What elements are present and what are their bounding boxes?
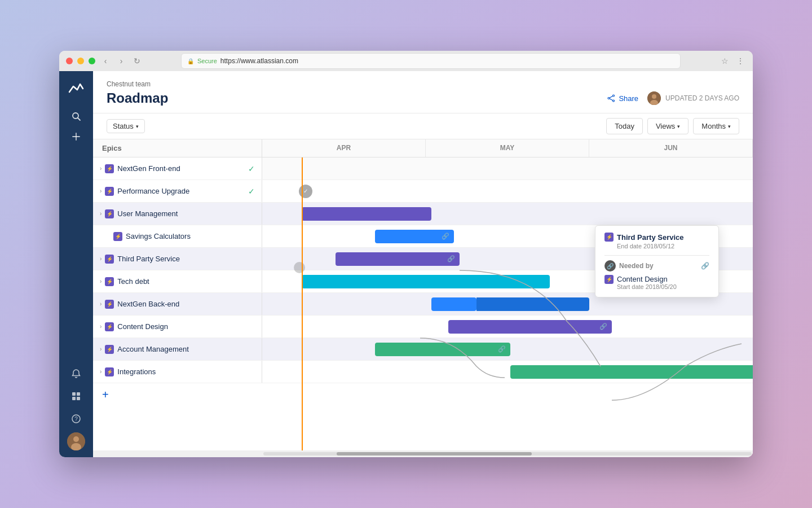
url-text: https://www.atlassian.com <box>220 57 298 65</box>
epic-icon: ⚡ <box>105 367 114 376</box>
link-icon: 🔗 <box>447 255 455 262</box>
epic-icon: ⚡ <box>105 345 114 354</box>
svg-rect-5 <box>77 392 80 396</box>
gantt-bar[interactable]: 🔗 <box>448 320 612 334</box>
bookmark-button[interactable]: ☆ <box>719 55 730 67</box>
back-button[interactable]: ‹ <box>100 55 111 67</box>
minimize-button[interactable] <box>77 58 84 64</box>
menu-button[interactable]: ⋮ <box>735 55 746 67</box>
months-label: Months <box>701 122 726 130</box>
scrollbar-track[interactable] <box>263 452 752 456</box>
epics-column-header: Epics <box>93 139 262 157</box>
svg-rect-6 <box>72 397 76 400</box>
tooltip-epic-icon: ⚡ <box>604 233 614 242</box>
month-may: MAY <box>426 139 589 157</box>
add-row[interactable]: + <box>93 383 753 406</box>
expand-icon[interactable]: › <box>100 256 102 262</box>
table-row: › ⚡ User Management <box>93 203 753 225</box>
gantt-bar[interactable]: 🔗 <box>375 343 510 356</box>
row-label-user-mgmt: › ⚡ User Management <box>93 203 262 225</box>
svg-rect-7 <box>77 397 80 400</box>
tooltip-divider <box>604 255 709 256</box>
status-filter-button[interactable]: Status ▾ <box>107 119 145 133</box>
check-icon: ✓ <box>248 164 255 173</box>
row-timeline <box>262 203 753 225</box>
row-title: NextGen Front-end <box>117 164 180 173</box>
page-title: Roadmap <box>107 90 168 106</box>
expand-icon[interactable]: › <box>100 369 102 375</box>
views-label: Views <box>656 122 675 130</box>
page-header: Chestnut team Roadmap Share <box>93 71 753 113</box>
share-button[interactable]: Share <box>607 94 638 103</box>
expand-icon[interactable]: › <box>100 278 102 284</box>
tooltip-section-label: Needed by <box>619 262 654 270</box>
svg-line-1 <box>78 118 80 120</box>
expand-icon[interactable]: › <box>100 346 102 352</box>
tooltip-epic-name: Third Party Service <box>617 233 684 242</box>
gantt-bar[interactable]: 🔗 <box>375 230 454 243</box>
today-button[interactable]: Today <box>606 118 643 134</box>
row-title: Third Party Service <box>117 255 180 263</box>
forward-button[interactable]: › <box>116 55 127 67</box>
gantt-bar[interactable] <box>302 207 431 221</box>
sidebar-item-search[interactable] <box>67 107 85 125</box>
row-timeline: 🔗 <box>262 316 753 338</box>
sidebar-item-grid[interactable] <box>67 387 85 405</box>
link-icon: 🔗 <box>498 345 506 353</box>
edit-link-icon[interactable]: 🔗 <box>701 262 709 270</box>
table-row: › ⚡ Content Design 🔗 <box>93 316 753 338</box>
row-label-savings: ⚡ Savings Calculators <box>93 225 262 247</box>
gantt-scrollbar[interactable] <box>93 450 753 457</box>
updater-avatar <box>647 91 661 105</box>
epic-icon: ⚡ <box>105 277 114 286</box>
link-circle-icon: 🔗 <box>604 260 616 271</box>
updated-label: UPDATED 2 DAYS AGO <box>665 94 739 102</box>
row-label-nextgen-backend: › ⚡ NextGen Back-end <box>93 293 262 315</box>
add-row-btn[interactable]: + <box>93 384 262 406</box>
months-button[interactable]: Months ▾ <box>693 118 739 134</box>
updated-info: UPDATED 2 DAYS AGO <box>647 91 739 105</box>
expand-icon[interactable]: › <box>100 211 102 217</box>
browser-window: ‹ › ↻ 🔒 Secure https://www.atlassian.com… <box>59 51 753 457</box>
expand-icon[interactable]: › <box>100 301 102 307</box>
svg-text:?: ? <box>74 416 78 422</box>
share-label: Share <box>619 94 638 103</box>
address-bar[interactable]: 🔒 Secure https://www.atlassian.com <box>181 53 681 69</box>
close-button[interactable] <box>66 58 73 64</box>
gantt-bar[interactable] <box>431 297 476 311</box>
gantt-bar[interactable] <box>302 275 550 288</box>
gantt-bar[interactable] <box>510 365 753 379</box>
sidebar-item-add[interactable] <box>67 128 85 146</box>
gantt-bar[interactable]: 🔗 <box>336 252 460 266</box>
page-title-row: Roadmap Share <box>107 90 739 106</box>
gantt-timeline-header: APR MAY JUN <box>262 139 753 157</box>
link-icon: 🔗 <box>599 323 607 330</box>
user-avatar[interactable] <box>67 432 85 450</box>
sidebar-item-help[interactable]: ? <box>67 410 85 428</box>
views-chevron-icon: ▾ <box>677 124 680 129</box>
row-label-integrations: › ⚡ Integrations <box>93 361 262 383</box>
svg-point-19 <box>652 94 656 99</box>
tooltip-item-date: Start date 2018/05/20 <box>617 283 677 290</box>
table-row: › ⚡ NextGen Front-end ✓ <box>93 157 753 180</box>
scrollbar-thumb[interactable] <box>337 452 532 456</box>
sidebar-item-notifications[interactable] <box>67 365 85 383</box>
expand-icon[interactable]: › <box>100 323 102 330</box>
maximize-button[interactable] <box>89 58 95 64</box>
month-apr: APR <box>262 139 426 157</box>
epic-icon: ⚡ <box>113 232 122 241</box>
gantt-bar-extension[interactable] <box>476 297 589 311</box>
expand-icon[interactable]: › <box>100 188 102 194</box>
table-row: › ⚡ Account Management 🔗 <box>93 338 753 361</box>
dependency-tooltip: ⚡ Third Party Service End date 2018/05/1… <box>595 225 719 297</box>
refresh-button[interactable]: ↻ <box>131 55 143 67</box>
views-button[interactable]: Views ▾ <box>647 118 689 134</box>
months-chevron-icon: ▾ <box>728 124 731 129</box>
svg-point-11 <box>73 436 79 442</box>
row-title: Integrations <box>117 367 156 376</box>
toolbar-right: Today Views ▾ Months ▾ <box>606 118 739 134</box>
expand-icon[interactable]: › <box>100 165 102 172</box>
row-title: NextGen Back-end <box>117 300 179 308</box>
row-label-account-mgmt: › ⚡ Account Management <box>93 338 262 360</box>
svg-line-17 <box>610 99 613 100</box>
